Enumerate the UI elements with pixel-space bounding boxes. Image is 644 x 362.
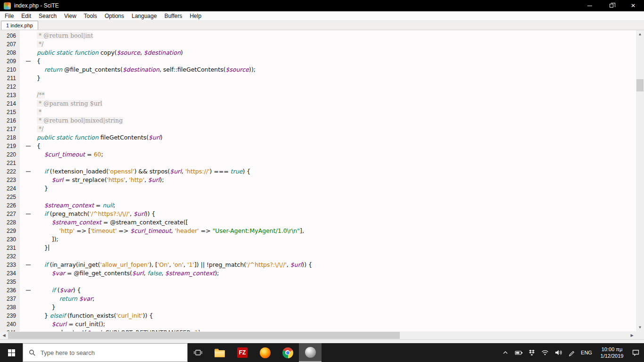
fold-open-icon[interactable] xyxy=(26,146,31,147)
fold-marker[interactable] xyxy=(20,286,37,295)
line-number[interactable]: 239 xyxy=(0,312,20,320)
fold-open-icon[interactable] xyxy=(26,61,31,62)
line-number[interactable]: 207 xyxy=(0,40,20,49)
tab-index-php[interactable]: 1 index.php xyxy=(1,21,38,30)
code-text[interactable]: $stream_context = @stream_context_create… xyxy=(37,218,188,227)
menu-item-edit[interactable]: Edit xyxy=(17,13,35,19)
line-number[interactable]: 219 xyxy=(0,142,20,150)
line-number[interactable]: 215 xyxy=(0,108,20,116)
menu-item-file[interactable]: File xyxy=(1,13,17,19)
fold-marker[interactable] xyxy=(20,261,37,269)
code-text[interactable]: $var = @file_get_contents($url, false, $… xyxy=(37,269,219,278)
close-button[interactable]: ✕ xyxy=(622,0,644,11)
action-center-button[interactable] xyxy=(630,343,641,362)
horizontal-scrollbar-thumb[interactable] xyxy=(8,332,400,339)
code-text[interactable]: } xyxy=(37,303,56,312)
line-number[interactable]: 216 xyxy=(0,116,20,125)
line-number[interactable]: 237 xyxy=(0,295,20,303)
line-number[interactable]: 222 xyxy=(0,167,20,176)
fold-marker[interactable] xyxy=(20,167,37,176)
scroll-up-arrow-icon[interactable]: ▲ xyxy=(636,30,644,38)
menu-item-help[interactable]: Help xyxy=(186,13,205,19)
code-text[interactable]: $curl_timeout = 60; xyxy=(37,150,103,159)
line-number[interactable]: 217 xyxy=(0,125,20,133)
line-number[interactable]: 228 xyxy=(0,218,20,227)
code-text[interactable]: if ($var) { xyxy=(37,286,81,295)
code-text[interactable]: 'http' => ['timeout' => $curl_timeout, '… xyxy=(37,227,304,235)
line-number[interactable]: 225 xyxy=(0,193,20,201)
code-text[interactable]: * @return bool|int xyxy=(37,32,93,40)
line-number[interactable]: 208 xyxy=(0,49,20,57)
code-text[interactable]: public static function fileGetContents($… xyxy=(37,133,163,142)
vertical-scrollbar[interactable]: ▲ ▼ xyxy=(636,30,644,331)
line-number[interactable]: 214 xyxy=(0,99,20,108)
code-text[interactable]: } xyxy=(37,184,48,193)
line-number[interactable]: 221 xyxy=(0,159,20,167)
dropbox-tray-button[interactable] xyxy=(526,343,537,362)
code-text[interactable]: { xyxy=(37,142,41,150)
line-number[interactable]: 236 xyxy=(0,286,20,295)
volume-button[interactable] xyxy=(553,343,564,362)
line-number[interactable]: 220 xyxy=(0,150,20,159)
firefox-button[interactable] xyxy=(254,343,276,362)
task-view-button[interactable] xyxy=(188,343,208,362)
menu-item-tools[interactable]: Tools xyxy=(80,13,101,19)
code-text[interactable]: */ xyxy=(37,125,43,133)
line-number[interactable]: 226 xyxy=(0,201,20,210)
menu-item-language[interactable]: Language xyxy=(128,13,160,19)
line-number[interactable]: 210 xyxy=(0,66,20,74)
fold-open-icon[interactable] xyxy=(26,290,31,291)
code-text[interactable]: return $var; xyxy=(37,295,94,303)
vertical-scrollbar-thumb[interactable] xyxy=(636,79,644,91)
line-number[interactable]: 211 xyxy=(0,74,20,82)
minimize-button[interactable] xyxy=(579,0,601,11)
code-text[interactable]: */ xyxy=(37,40,43,49)
scroll-left-arrow-icon[interactable]: ◀ xyxy=(0,331,8,339)
code-text[interactable]: $url = str_replace('https', 'http', $url… xyxy=(37,176,164,184)
line-number[interactable]: 238 xyxy=(0,303,20,312)
code-text[interactable]: public static function copy($source, $de… xyxy=(37,49,183,57)
filezilla-button[interactable]: FZ xyxy=(231,343,254,362)
chrome-button[interactable] xyxy=(276,343,299,362)
line-number[interactable]: 235 xyxy=(0,278,20,286)
network-status-button[interactable] xyxy=(539,343,551,362)
fold-open-icon[interactable] xyxy=(26,264,31,265)
code-text[interactable]: if (!extension_loaded('openssl') && strp… xyxy=(37,167,250,176)
scroll-down-arrow-icon[interactable]: ▼ xyxy=(636,323,644,331)
line-number[interactable]: 231 xyxy=(0,244,20,252)
line-number[interactable]: 224 xyxy=(0,184,20,193)
line-number[interactable]: 223 xyxy=(0,176,20,184)
code-text[interactable]: /** xyxy=(37,91,45,99)
code-text[interactable]: } xyxy=(37,74,41,82)
code-text[interactable]: } xyxy=(37,244,49,252)
code-text[interactable]: $stream_context = null; xyxy=(37,201,115,210)
file-explorer-button[interactable] xyxy=(208,343,231,362)
scroll-right-arrow-icon[interactable]: ▶ xyxy=(628,331,636,339)
line-number[interactable]: 234 xyxy=(0,269,20,278)
line-number[interactable]: 229 xyxy=(0,227,20,235)
code-text[interactable]: * xyxy=(37,108,41,116)
line-number[interactable]: 240 xyxy=(0,320,20,329)
horizontal-scrollbar[interactable]: ◀ ▶ xyxy=(0,331,636,339)
code-text[interactable]: ]); xyxy=(37,235,58,244)
menu-item-view[interactable]: View xyxy=(60,13,80,19)
language-indicator[interactable]: ENG xyxy=(579,350,594,355)
fold-open-icon[interactable] xyxy=(26,171,31,172)
code-text[interactable]: return @file_put_contents($destination, … xyxy=(37,66,256,74)
scite-taskbar-button[interactable] xyxy=(299,343,322,362)
taskbar-search-input[interactable]: Type here to search xyxy=(23,343,188,362)
windows-ink-button[interactable] xyxy=(566,343,577,362)
fold-marker[interactable] xyxy=(20,142,37,150)
clock[interactable]: 10:00 πμ 1/12/2019 xyxy=(596,346,628,359)
start-button[interactable] xyxy=(0,343,23,362)
code-text[interactable]: { xyxy=(37,57,41,66)
code-text[interactable]: * @param string $url xyxy=(37,99,102,108)
code-text[interactable]: $curl = curl_init(); xyxy=(37,320,105,329)
code-text[interactable]: if (in_array(ini_get('allow_url_fopen'),… xyxy=(37,261,312,269)
code-text[interactable]: * @return bool|mixed|string xyxy=(37,116,123,125)
line-number[interactable]: 218 xyxy=(0,133,20,142)
line-number[interactable]: 230 xyxy=(0,235,20,244)
battery-status-button[interactable] xyxy=(513,343,524,362)
fold-open-icon[interactable] xyxy=(26,214,31,214)
line-number[interactable]: 233 xyxy=(0,261,20,269)
